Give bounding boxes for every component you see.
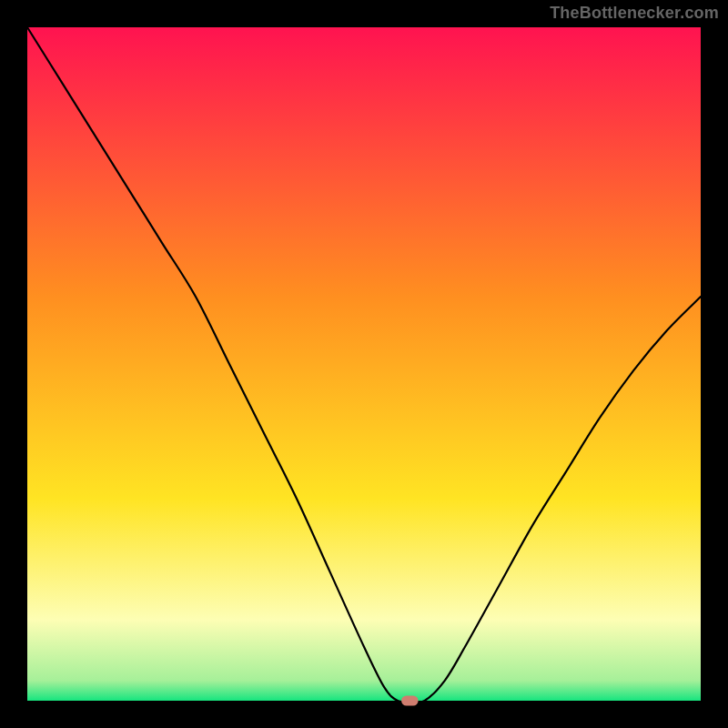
- chart-canvas: [0, 0, 728, 728]
- chart-plot-area: [27, 27, 701, 701]
- optimal-marker: [401, 695, 419, 705]
- attribution-label: TheBottlenecker.com: [550, 4, 719, 23]
- bottleneck-chart: TheBottlenecker.com: [0, 0, 728, 728]
